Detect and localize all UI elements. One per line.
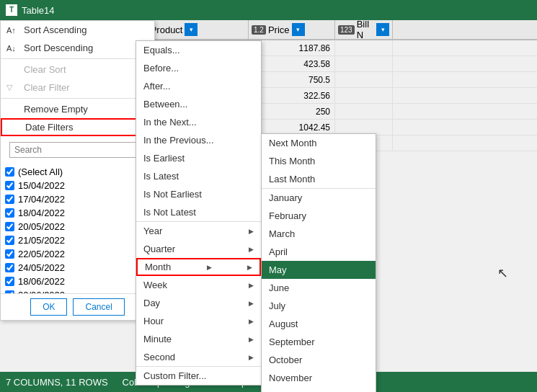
col-header-price[interactable]: 1.2 Price ▾ xyxy=(249,20,335,39)
month-january[interactable]: January xyxy=(262,189,376,207)
checkbox-item[interactable]: 18/04/2022 xyxy=(5,206,150,220)
filter-quarter[interactable]: Quarter xyxy=(136,240,261,258)
sort-descending-item[interactable]: A↓ Sort Descending xyxy=(1,39,154,57)
filter-month[interactable]: Month ▶ xyxy=(136,258,261,276)
month-february[interactable]: February xyxy=(262,207,376,225)
filter-in-next-label: In the Next... xyxy=(143,117,197,128)
filter-in-prev[interactable]: In the Previous... xyxy=(136,131,261,149)
checkbox-label: 20/05/2022 xyxy=(18,221,65,232)
product-dropdown-btn[interactable]: ▾ xyxy=(185,23,198,36)
month-august-label: August xyxy=(269,318,298,329)
filter-in-next[interactable]: In the Next... xyxy=(136,113,261,131)
checkbox-item[interactable]: 24/05/2022 xyxy=(5,261,150,275)
filter-second-label: Second xyxy=(143,352,175,362)
title-bar: T Table14 xyxy=(0,0,537,20)
month-april-label: April xyxy=(269,246,288,257)
checkbox-label: 17/04/2022 xyxy=(18,194,65,205)
checkbox-input[interactable] xyxy=(5,277,14,286)
month-july-label: July xyxy=(269,300,285,311)
checkbox-label: 24/05/2022 xyxy=(18,262,65,273)
checkbox-item[interactable]: 20/05/2022 xyxy=(5,220,150,233)
checkbox-item[interactable]: 15/04/2022 xyxy=(5,179,150,192)
filter-custom-label: Custom Filter... xyxy=(143,370,206,381)
filter-in-prev-label: In the Previous... xyxy=(143,135,214,146)
checkbox-input[interactable] xyxy=(5,236,14,245)
checkbox-select-all-input[interactable] xyxy=(5,167,14,177)
col-header-billn[interactable]: 123 Bill N ▾ xyxy=(335,20,393,39)
filter-minute[interactable]: Minute xyxy=(136,330,261,348)
divider-1 xyxy=(1,58,154,59)
checkbox-label: 18/06/2022 xyxy=(18,276,65,287)
month-august[interactable]: August xyxy=(262,315,376,333)
date-filters-item[interactable]: Date Filters ▶ xyxy=(1,118,154,136)
billn-col-label: Bill N xyxy=(357,20,374,39)
date-filters-label: Date Filters xyxy=(25,122,138,133)
product-col-label: Product xyxy=(151,24,183,35)
filter-custom[interactable]: Custom Filter... xyxy=(136,367,261,385)
filter-month-arrow: ▶ xyxy=(207,264,212,271)
clear-filter-icon: ▽ xyxy=(6,83,19,92)
clear-filter-label: Clear Filter xyxy=(24,82,70,93)
title-text: Table14 xyxy=(22,5,55,16)
month-march[interactable]: March xyxy=(262,225,376,243)
filter-between[interactable]: Between... xyxy=(136,95,261,113)
checkbox-input[interactable] xyxy=(5,181,14,190)
month-november[interactable]: November xyxy=(262,369,376,387)
filter-day[interactable]: Day xyxy=(136,294,261,312)
month-this-label: This Month xyxy=(269,156,315,166)
cancel-button[interactable]: Cancel xyxy=(73,298,124,316)
month-june[interactable]: June xyxy=(262,279,376,297)
clear-sort-label: Clear Sort xyxy=(24,64,66,75)
month-april[interactable]: April xyxy=(262,243,376,261)
filter-week[interactable]: Week xyxy=(136,276,261,294)
checkbox-input[interactable] xyxy=(5,208,14,218)
search-input[interactable] xyxy=(9,142,146,158)
checkbox-item[interactable]: 22/05/2022 xyxy=(5,247,150,261)
search-container xyxy=(1,136,154,164)
month-last[interactable]: Last Month xyxy=(262,170,376,188)
checkbox-input[interactable] xyxy=(5,290,14,293)
filter-year[interactable]: Year xyxy=(136,222,261,240)
billn-dropdown-btn[interactable]: ▾ xyxy=(376,23,389,36)
checkbox-select-all-label: (Select All) xyxy=(18,166,63,177)
checkbox-input[interactable] xyxy=(5,249,14,259)
month-next-label: Next Month xyxy=(269,138,316,148)
checkbox-item[interactable]: 20/06/2022 xyxy=(5,288,150,293)
ok-button[interactable]: OK xyxy=(30,298,67,316)
filter-after[interactable]: After... xyxy=(136,77,261,95)
checkbox-input[interactable] xyxy=(5,263,14,272)
month-may[interactable]: May xyxy=(262,261,376,279)
filter-is-not-latest[interactable]: Is Not Latest xyxy=(136,203,261,221)
checkbox-input[interactable] xyxy=(5,222,14,231)
month-january-label: January xyxy=(269,192,302,203)
divider-2 xyxy=(1,98,154,99)
filter-is-not-earliest[interactable]: Is Not Earliest xyxy=(136,185,261,203)
filter-is-latest[interactable]: Is Latest xyxy=(136,167,261,185)
filter-hour[interactable]: Hour xyxy=(136,312,261,330)
price-dropdown-btn[interactable]: ▾ xyxy=(292,23,305,36)
filter-is-earliest[interactable]: Is Earliest xyxy=(136,149,261,167)
price-col-label: Price xyxy=(268,24,290,35)
month-october[interactable]: October xyxy=(262,351,376,369)
filter-equals[interactable]: Equals... xyxy=(136,41,261,59)
month-september-label: September xyxy=(269,337,315,347)
filter-minute-label: Minute xyxy=(143,334,172,344)
checkbox-item[interactable]: 17/04/2022 xyxy=(5,192,150,206)
checkbox-select-all[interactable]: (Select All) xyxy=(5,165,150,179)
month-july[interactable]: July xyxy=(262,297,376,315)
filter-hour-label: Hour xyxy=(143,316,164,326)
month-next[interactable]: Next Month xyxy=(262,134,376,152)
checkbox-item[interactable]: 21/05/2022 xyxy=(5,233,150,247)
filter-second[interactable]: Second xyxy=(136,348,261,366)
filter-before[interactable]: Before... xyxy=(136,59,261,77)
filter-month-label: Month xyxy=(145,262,171,272)
month-september[interactable]: September xyxy=(262,333,376,351)
sort-ascending-item[interactable]: A↑ Sort Ascending xyxy=(1,21,154,39)
filter-day-label: Day xyxy=(143,298,160,308)
filter-is-not-earliest-label: Is Not Earliest xyxy=(143,189,202,200)
remove-empty-item[interactable]: Remove Empty xyxy=(1,100,154,118)
checkbox-item[interactable]: 18/06/2022 xyxy=(5,275,150,288)
checkbox-input[interactable] xyxy=(5,195,14,204)
month-this[interactable]: This Month xyxy=(262,152,376,170)
month-december[interactable]: December xyxy=(262,387,376,392)
